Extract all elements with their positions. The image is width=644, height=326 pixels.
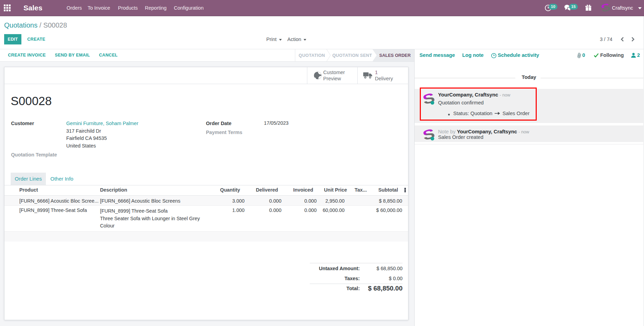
svg-text:SALES ORDER: SALES ORDER [379, 53, 411, 58]
svg-text:QUOTATION SENT: QUOTATION SENT [333, 53, 372, 58]
svg-text:QUOTATION: QUOTATION [299, 53, 325, 58]
